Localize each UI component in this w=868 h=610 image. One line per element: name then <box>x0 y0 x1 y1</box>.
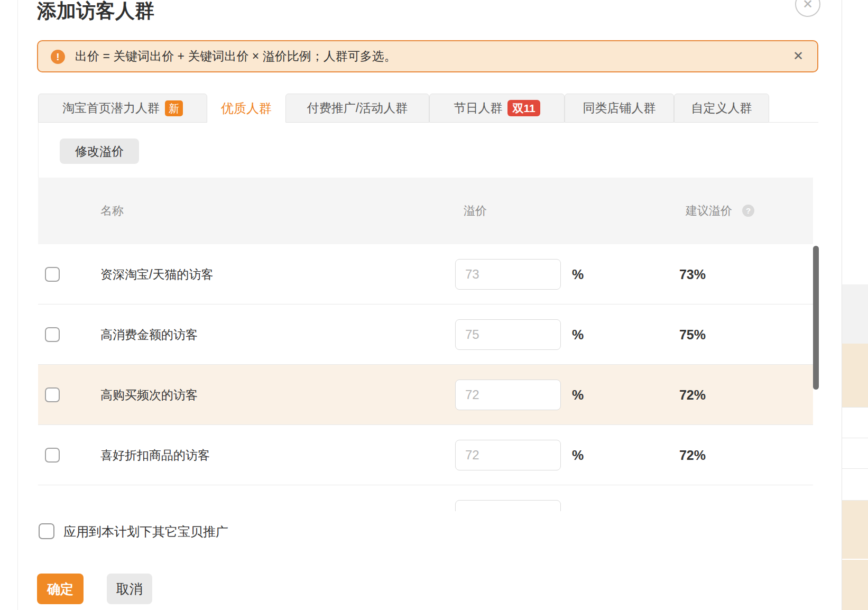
tab-quality-audience[interactable]: 优质人群 <box>207 94 285 123</box>
tab-label: 优质人群 <box>221 100 272 117</box>
apply-to-plan-checkbox[interactable] <box>39 523 54 539</box>
tab-taobao-homepage-potential[interactable]: 淘宝首页潜力人群 新 <box>38 94 207 123</box>
table-header: 名称 溢价 建议溢价 ? <box>38 178 813 244</box>
audience-name: 高消费金额的访客 <box>100 304 198 365</box>
modal-right-edge <box>842 0 842 610</box>
close-icon: ✕ <box>802 0 813 12</box>
help-icon[interactable]: ? <box>742 205 754 217</box>
percent-suffix: % <box>572 244 584 304</box>
audience-name: 资深淘宝/天猫的访客 <box>100 244 213 304</box>
tab-label: 节日人群 <box>454 100 502 116</box>
premium-input[interactable] <box>455 319 561 350</box>
background-table-header: 点击率 <box>842 284 868 344</box>
column-header-suggested: 建议溢价 <box>686 178 732 244</box>
exclamation-icon: ! <box>51 50 65 64</box>
table-row: 喜好折扣商品的访客 % 72% <box>38 425 813 485</box>
tab-custom-audience[interactable]: 自定义人群 <box>674 94 769 123</box>
background-row <box>842 407 868 438</box>
column-header-premium: 溢价 <box>464 178 487 244</box>
background-page-strip: 点击率 <box>842 0 868 610</box>
suggested-premium: 75% <box>661 304 724 365</box>
background-row-beige <box>842 344 868 407</box>
row-checkbox[interactable] <box>45 267 60 282</box>
tab-similar-shop-audience[interactable]: 同类店铺人群 <box>565 94 674 123</box>
scrollbar-thumb[interactable] <box>813 246 819 390</box>
table-row-highlighted: 高购买频次的访客 % 72% <box>38 365 813 425</box>
premium-input[interactable] <box>455 440 561 470</box>
percent-suffix: % <box>572 304 584 365</box>
premium-input[interactable] <box>455 259 561 290</box>
background-row-beige <box>842 500 868 559</box>
audience-name: 高购买频次的访客 <box>100 365 198 425</box>
row-checkbox[interactable] <box>45 448 60 463</box>
row-checkbox[interactable] <box>45 327 60 342</box>
background-row-beige <box>842 560 868 610</box>
percent-suffix: % <box>572 365 584 425</box>
background-row <box>842 438 868 469</box>
modal-close-button[interactable]: ✕ <box>795 0 820 17</box>
cancel-button[interactable]: 取消 <box>107 574 152 604</box>
tab-festival-audience[interactable]: 节日人群 双11 <box>429 94 565 123</box>
alert-close-icon[interactable]: ✕ <box>793 49 804 63</box>
premium-input[interactable] <box>455 380 561 410</box>
background-row <box>842 468 868 500</box>
suggested-premium: 72% <box>661 425 724 485</box>
percent-suffix: % <box>572 425 584 485</box>
suggested-premium: 73% <box>661 244 724 304</box>
premium-input[interactable] <box>455 500 561 511</box>
modal-left-edge <box>17 0 18 610</box>
apply-to-plan-label: 应用到本计划下其它宝贝推广 <box>63 523 228 540</box>
table-row: 资深淘宝/天猫的访客 % 73% <box>38 244 813 304</box>
tab-label: 同类店铺人群 <box>583 100 656 116</box>
bid-formula-alert: ! 出价 = 关键词出价 + 关键词出价 × 溢价比例；人群可多选。 ✕ <box>37 40 818 72</box>
new-badge: 新 <box>165 100 183 116</box>
dialog-title: 添加访客人群 <box>37 0 154 24</box>
table-row: 高消费金额的访客 % 75% <box>38 304 813 365</box>
table-row-partial <box>38 485 813 511</box>
audience-name: 喜好折扣商品的访客 <box>100 425 210 485</box>
tab-label: 自定义人群 <box>691 100 752 116</box>
tab-paid-promo-activity[interactable]: 付费推广/活动人群 <box>285 94 429 123</box>
tabbar-divider <box>769 122 818 123</box>
modify-premium-button[interactable]: 修改溢价 <box>60 138 139 164</box>
tab-label: 付费推广/活动人群 <box>307 100 408 116</box>
column-header-name: 名称 <box>100 178 124 244</box>
alert-text: 出价 = 关键词出价 + 关键词出价 × 溢价比例；人群可多选。 <box>75 41 396 71</box>
row-checkbox[interactable] <box>45 387 60 402</box>
double11-badge: 双11 <box>507 100 540 116</box>
confirm-button[interactable]: 确定 <box>37 574 84 604</box>
suggested-premium: 72% <box>661 365 724 425</box>
tab-label: 淘宝首页潜力人群 <box>62 100 160 116</box>
screen: 点击率 ✕ 添加访客人群 ! 出价 = 关键词出价 + 关键词出价 × 溢价比例… <box>0 0 868 610</box>
